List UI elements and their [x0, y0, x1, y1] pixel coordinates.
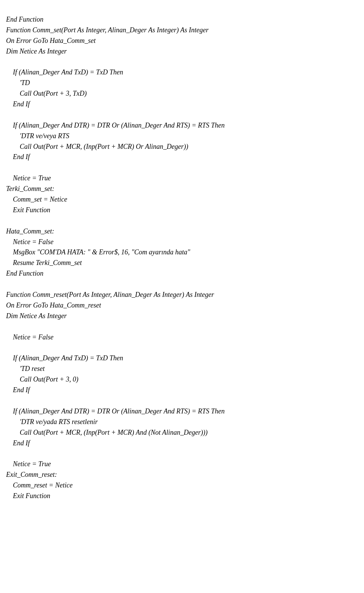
code-line: End If [6, 385, 358, 396]
code-line: Call Out(Port + MCR, (Inp(Port + MCR) An… [6, 427, 358, 438]
code-line: Dim Netice As Integer [6, 311, 358, 322]
code-display: End FunctionFunction Comm_set(Port As In… [6, 4, 358, 502]
code-line: Comm_reset = Netice [6, 480, 358, 491]
code-line: End Function [6, 268, 358, 279]
code-line: End Function [6, 14, 358, 25]
code-line [6, 162, 358, 173]
code-line [6, 279, 358, 290]
code-line: Comm_set = Netice [6, 194, 358, 205]
code-line [6, 110, 358, 120]
code-line: Exit_Comm_reset: [6, 470, 358, 480]
code-line [6, 448, 358, 459]
code-line: Netice = False [6, 332, 358, 343]
code-line [6, 396, 358, 406]
code-line: On Error GoTo Hata_Comm_reset [6, 300, 358, 311]
code-line: Call Out(Port + 3, TxD) [6, 88, 358, 99]
code-line: End If [6, 438, 358, 449]
code-line: Hata_Comm_set: [6, 226, 358, 237]
code-line: Function Comm_reset(Port As Integer, Ali… [6, 290, 358, 300]
code-line: Dim Netice As Integer [6, 46, 358, 57]
code-line: Exit Function [6, 491, 358, 502]
code-line: If (Alinan_Deger And DTR) = DTR Or (Alin… [6, 406, 358, 417]
code-line: Call Out(Port + MCR, (Inp(Port + MCR) Or… [6, 142, 358, 152]
code-line: If (Alinan_Deger And TxD) = TxD Then [6, 353, 358, 364]
code-line: Resume Terki_Comm_set [6, 258, 358, 268]
code-line: End If [6, 152, 358, 162]
code-line: 'TD reset [6, 364, 358, 374]
code-line: Exit Function [6, 205, 358, 216]
code-line: Function Comm_set(Port As Integer, Alina… [6, 25, 358, 36]
code-line [6, 216, 358, 226]
code-line: If (Alinan_Deger And TxD) = TxD Then [6, 67, 358, 78]
code-line: Netice = True [6, 173, 358, 184]
code-line [6, 343, 358, 353]
code-line: 'TD [6, 78, 358, 88]
code-line: Netice = False [6, 237, 358, 248]
code-line: On Error GoTo Hata_Comm_set [6, 36, 358, 46]
code-line: MsgBox "COM'DA HATA: " & Error$, 16, "Co… [6, 247, 358, 258]
code-line [6, 322, 358, 332]
code-line: 'DTR ve/yada RTS resetlenir [6, 417, 358, 427]
code-line: Terki_Comm_set: [6, 184, 358, 194]
code-line: 'DTR ve/veya RTS [6, 131, 358, 142]
code-line [6, 57, 358, 67]
code-line: Netice = True [6, 459, 358, 470]
code-line: End If [6, 99, 358, 110]
code-line: If (Alinan_Deger And DTR) = DTR Or (Alin… [6, 120, 358, 131]
code-line: Call Out(Port + 3, 0) [6, 374, 358, 385]
